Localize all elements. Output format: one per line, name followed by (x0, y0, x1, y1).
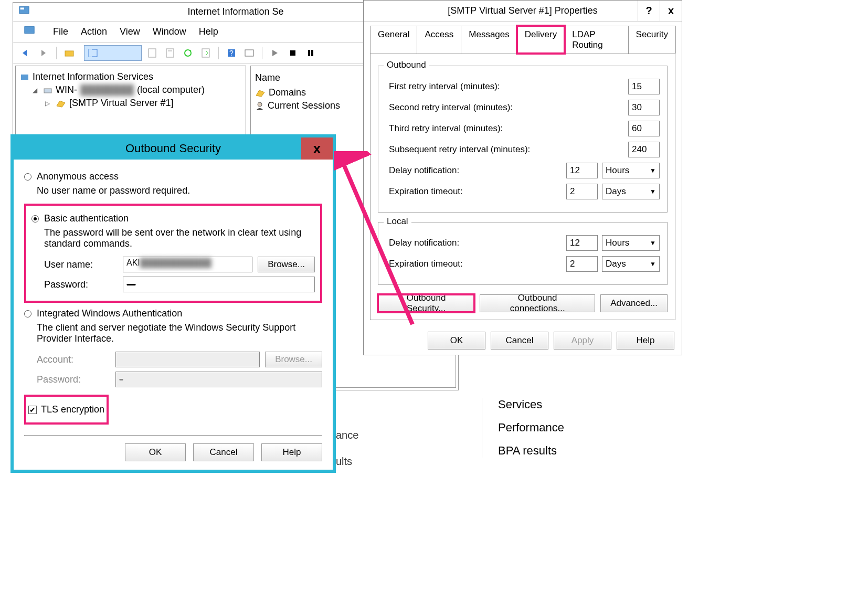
help-button[interactable]: Help (617, 332, 674, 350)
close-button[interactable]: x (660, 1, 682, 21)
iwa-password-input (115, 372, 322, 387)
outbound-group: Outbound First retry interval (minutes):… (378, 66, 668, 213)
panel-icon[interactable] (84, 45, 142, 61)
menu-action[interactable]: Action (81, 26, 107, 37)
chevron-down-icon: ▼ (650, 167, 656, 174)
svg-rect-6 (149, 49, 156, 57)
tab-strip: General Access Messages Delivery LDAP Ro… (364, 22, 682, 54)
svg-rect-16 (311, 50, 313, 56)
cancel-button[interactable]: Cancel (491, 332, 548, 350)
subsequent-retry-input[interactable] (628, 142, 660, 157)
forward-icon[interactable] (36, 46, 51, 60)
pause-icon[interactable] (303, 46, 318, 60)
outbound-expiration-unit[interactable]: Days▼ (602, 184, 660, 199)
menu-view[interactable]: View (120, 26, 140, 37)
outsec-titlebar: Outbound Security x (14, 137, 333, 160)
svg-rect-3 (65, 51, 73, 56)
svg-rect-17 (21, 75, 28, 80)
username-input[interactable]: AKI████████████ (123, 257, 252, 272)
tab-body: Outbound First retry interval (minutes):… (370, 54, 675, 320)
ok-button[interactable]: OK (125, 443, 186, 461)
apply-button[interactable]: Apply (554, 332, 611, 350)
tab-general[interactable]: General (370, 26, 417, 54)
close-button[interactable]: x (301, 137, 333, 160)
services-heading: Services (498, 398, 681, 411)
outbound-delay-unit[interactable]: Hours▼ (602, 163, 660, 178)
svg-rect-13 (245, 50, 253, 56)
collapse-icon[interactable]: ◢ (33, 87, 40, 94)
svg-rect-1 (20, 8, 24, 10)
ok-button[interactable]: OK (428, 332, 485, 350)
local-group: Local Delay notification:Hours▼ Expirati… (378, 222, 668, 285)
back-icon[interactable] (18, 46, 33, 60)
outbound-security-button[interactable]: Outbound Security... (378, 294, 474, 312)
svg-rect-7 (166, 49, 174, 57)
tab-messages[interactable]: Messages (461, 26, 517, 54)
cancel-button[interactable]: Cancel (193, 443, 254, 461)
svg-rect-14 (290, 50, 295, 56)
checkbox-icon: ✔ (28, 406, 37, 414)
tree-root[interactable]: Internet Information Services (20, 70, 241, 83)
help-button[interactable]: ? (638, 1, 660, 21)
bpa-heading: BPA results (498, 444, 681, 458)
first-retry-input[interactable] (628, 79, 660, 94)
cutoff-text: ults (336, 456, 352, 468)
menu-window[interactable]: Window (153, 26, 186, 37)
svg-rect-2 (25, 27, 34, 34)
tab-access[interactable]: Access (417, 26, 461, 54)
chevron-down-icon: ▼ (650, 188, 656, 195)
local-delay-input[interactable] (566, 235, 598, 251)
export-icon[interactable] (198, 46, 213, 60)
local-delay-unit[interactable]: Hours▼ (602, 235, 660, 251)
stop-icon[interactable] (285, 46, 300, 60)
cutoff-text: ance (336, 429, 358, 441)
folder-icon[interactable] (62, 46, 77, 60)
help-icon[interactable]: ? (224, 46, 239, 60)
menu-file[interactable]: File (53, 26, 68, 37)
refresh-icon[interactable] (181, 46, 195, 60)
props-title: [SMTP Virtual Server #1] Properties (448, 5, 597, 16)
tls-checkbox[interactable]: ✔ TLS encryption (28, 404, 104, 415)
outbound-security-dialog: Outbound Security x Anonymous access No … (10, 134, 336, 473)
properties-dialog: [SMTP Virtual Server #1] Properties ? x … (363, 0, 682, 355)
tree-server[interactable]: ▷ [SMTP Virtual Server #1] (45, 97, 241, 110)
side-panel: Services Performance BPA results (482, 388, 681, 463)
local-expiration-input[interactable] (566, 256, 598, 272)
svg-text:?: ? (229, 49, 234, 57)
third-retry-input[interactable] (628, 121, 660, 136)
outbound-delay-input[interactable] (566, 163, 598, 178)
outbound-expiration-input[interactable] (566, 184, 598, 199)
tree-computer[interactable]: ◢ WIN-████████ (local computer) (33, 83, 241, 97)
svg-rect-5 (89, 49, 92, 57)
advanced-button[interactable]: Advanced... (600, 294, 668, 312)
svg-rect-18 (44, 89, 51, 93)
doc2-icon[interactable] (163, 46, 177, 60)
play-icon[interactable] (268, 46, 282, 60)
password-input[interactable] (123, 277, 315, 292)
menu-help[interactable]: Help (199, 26, 218, 37)
chevron-down-icon: ▼ (650, 239, 656, 247)
tab-delivery[interactable]: Delivery (517, 26, 565, 54)
props-titlebar: [SMTP Virtual Server #1] Properties ? x (364, 1, 682, 22)
radio-basic[interactable]: Basic authentication (31, 213, 315, 224)
iis-menu-icon (24, 25, 35, 39)
tab-security[interactable]: Security (628, 26, 676, 54)
radio-icon (24, 310, 31, 317)
tab-ldap[interactable]: LDAP Routing (564, 26, 628, 54)
expand-icon[interactable]: ▷ (45, 100, 52, 107)
window-icon[interactable] (242, 46, 257, 60)
radio-icon (24, 173, 31, 181)
doc1-icon[interactable] (145, 46, 160, 60)
iis-icon (18, 5, 30, 19)
svg-point-19 (258, 102, 262, 107)
second-retry-input[interactable] (628, 100, 660, 115)
iis-title: Internet Information Se (187, 6, 283, 17)
outbound-connections-button[interactable]: Outbound connections... (480, 294, 595, 312)
help-button[interactable]: Help (261, 443, 322, 461)
browse-button[interactable]: Browse... (258, 257, 315, 272)
browse-button-disabled: Browse... (265, 352, 322, 367)
radio-iwa[interactable]: Integrated Windows Authentication (24, 308, 322, 319)
svg-rect-10 (202, 49, 209, 57)
radio-anonymous[interactable]: Anonymous access (24, 171, 322, 182)
local-expiration-unit[interactable]: Days▼ (602, 256, 660, 272)
